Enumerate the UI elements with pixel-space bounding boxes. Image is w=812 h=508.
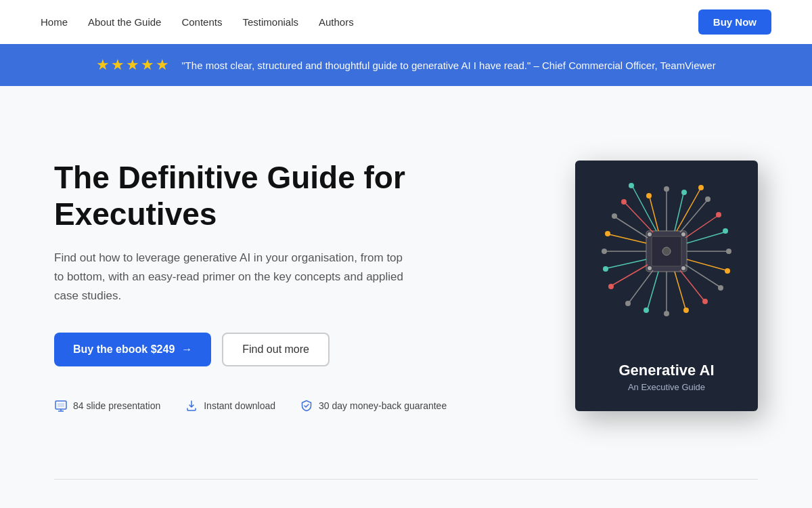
svg-point-41 xyxy=(605,231,610,236)
svg-point-46 xyxy=(723,228,728,234)
buy-now-button[interactable]: Buy Now xyxy=(698,9,771,35)
svg-point-50 xyxy=(648,232,652,236)
svg-point-37 xyxy=(683,308,689,313)
svg-point-38 xyxy=(625,301,631,306)
svg-line-16 xyxy=(629,270,653,302)
svg-point-35 xyxy=(664,311,669,316)
svg-point-42 xyxy=(603,266,608,272)
svg-line-12 xyxy=(677,189,700,231)
download-icon xyxy=(185,399,198,412)
feature-guarantee: 30 day money-back guarantee xyxy=(300,399,447,412)
feature-download: Instant download xyxy=(185,399,275,412)
feature-slides: 84 slide presentation xyxy=(54,399,160,412)
circuit-illustration xyxy=(592,177,741,326)
find-out-more-button[interactable]: Find out more xyxy=(222,333,330,366)
hero-title: The Definitive Guide for Executives xyxy=(54,159,460,233)
hero-features: 84 slide presentation Instant download xyxy=(54,399,460,412)
svg-point-29 xyxy=(646,193,652,198)
bottom-divider xyxy=(54,479,758,480)
nav-item-authors[interactable]: Authors xyxy=(319,16,354,28)
svg-point-36 xyxy=(644,308,649,313)
svg-point-51 xyxy=(681,232,685,236)
svg-line-25 xyxy=(687,259,726,270)
nav-item-about[interactable]: About the Guide xyxy=(88,16,161,28)
hero-description: Find out how to leverage generative AI i… xyxy=(54,249,406,305)
nav-link-about[interactable]: About the Guide xyxy=(88,16,161,28)
svg-point-28 xyxy=(664,186,669,192)
nav-item-home[interactable]: Home xyxy=(41,16,68,28)
nav-link-contents[interactable]: Contents xyxy=(181,16,222,28)
svg-point-43 xyxy=(612,213,617,219)
svg-line-14 xyxy=(648,272,658,309)
hero-section: The Definitive Guide for Executives Find… xyxy=(0,86,812,479)
nav-link-home[interactable]: Home xyxy=(41,16,68,28)
nav-item-testimonials[interactable]: Testimonials xyxy=(242,16,298,28)
testimonial-quote: "The most clear, structured and thoughtf… xyxy=(181,60,715,71)
svg-point-32 xyxy=(705,196,710,202)
svg-line-8 xyxy=(675,194,683,231)
svg-point-40 xyxy=(602,249,607,254)
slides-label: 84 slide presentation xyxy=(73,400,160,411)
nav-links: Home About the Guide Contents Testimonia… xyxy=(41,16,354,28)
book-title-text: Generative AI An Executive Guide xyxy=(618,362,714,392)
svg-point-30 xyxy=(681,190,687,195)
arrow-icon: → xyxy=(181,343,192,356)
star-rating: ★★★★★ xyxy=(96,56,171,74)
svg-line-10 xyxy=(680,200,707,232)
download-label: Instant download xyxy=(204,400,275,411)
svg-line-19 xyxy=(609,234,646,243)
svg-line-22 xyxy=(612,265,648,285)
svg-point-31 xyxy=(621,199,627,205)
svg-line-26 xyxy=(685,216,717,238)
hero-buttons: Buy the ebook $249 → Find out more xyxy=(54,333,460,366)
svg-point-47 xyxy=(725,268,730,274)
svg-line-21 xyxy=(616,217,648,238)
buy-ebook-button[interactable]: Buy the ebook $249 → xyxy=(54,333,211,366)
svg-point-49 xyxy=(718,285,723,291)
svg-point-34 xyxy=(698,185,704,190)
svg-point-39 xyxy=(702,299,708,304)
svg-point-53 xyxy=(681,266,685,270)
book-cover: Generative AI An Executive Guide xyxy=(575,161,758,411)
slides-icon xyxy=(54,399,68,412)
svg-line-24 xyxy=(687,232,724,243)
svg-rect-3 xyxy=(58,403,64,407)
hero-left: The Definitive Guide for Executives Find… xyxy=(54,159,460,413)
svg-point-44 xyxy=(608,284,614,289)
navbar: Home About the Guide Contents Testimonia… xyxy=(0,0,812,44)
nav-link-authors[interactable]: Authors xyxy=(319,16,354,28)
svg-point-54 xyxy=(662,247,671,255)
svg-point-52 xyxy=(648,266,652,270)
shield-icon xyxy=(300,399,313,412)
svg-line-15 xyxy=(675,272,685,309)
nav-link-testimonials[interactable]: Testimonials xyxy=(242,16,298,28)
svg-point-48 xyxy=(716,212,721,217)
svg-line-20 xyxy=(607,259,646,268)
nav-item-contents[interactable]: Contents xyxy=(181,16,222,28)
hero-right: Generative AI An Executive Guide xyxy=(575,161,758,411)
guarantee-label: 30 day money-back guarantee xyxy=(319,400,447,411)
svg-point-33 xyxy=(629,183,634,188)
svg-point-45 xyxy=(726,249,731,254)
testimonial-banner: ★★★★★ "The most clear, structured and th… xyxy=(0,44,812,86)
